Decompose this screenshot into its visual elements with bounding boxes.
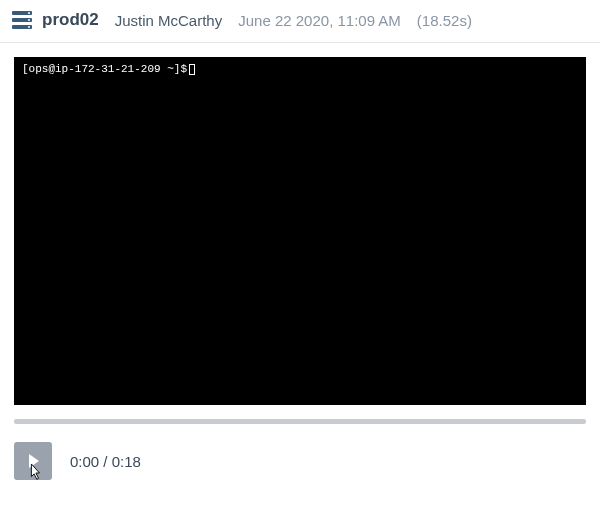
play-icon: [29, 454, 39, 468]
play-button[interactable]: [14, 442, 52, 480]
total-time: 0:18: [112, 453, 141, 470]
time-separator: /: [99, 453, 112, 470]
terminal-viewport: [ops@ip-172-31-21-209 ~]$: [14, 57, 586, 405]
player-controls: 0:00 / 0:18: [0, 419, 600, 480]
session-duration: (18.52s): [417, 12, 472, 29]
session-header: prod02 Justin McCarthy June 22 2020, 11:…: [0, 0, 600, 43]
terminal-prompt: [ops@ip-172-31-21-209 ~]$: [22, 63, 187, 75]
session-timestamp: June 22 2020, 11:09 AM: [238, 12, 401, 29]
progress-bar[interactable]: [14, 419, 586, 424]
terminal-cursor: [189, 64, 195, 75]
user-name: Justin McCarthy: [115, 12, 223, 29]
server-icon: [12, 11, 32, 29]
current-time: 0:00: [70, 453, 99, 470]
host-name: prod02: [42, 10, 99, 30]
time-display: 0:00 / 0:18: [70, 453, 141, 470]
